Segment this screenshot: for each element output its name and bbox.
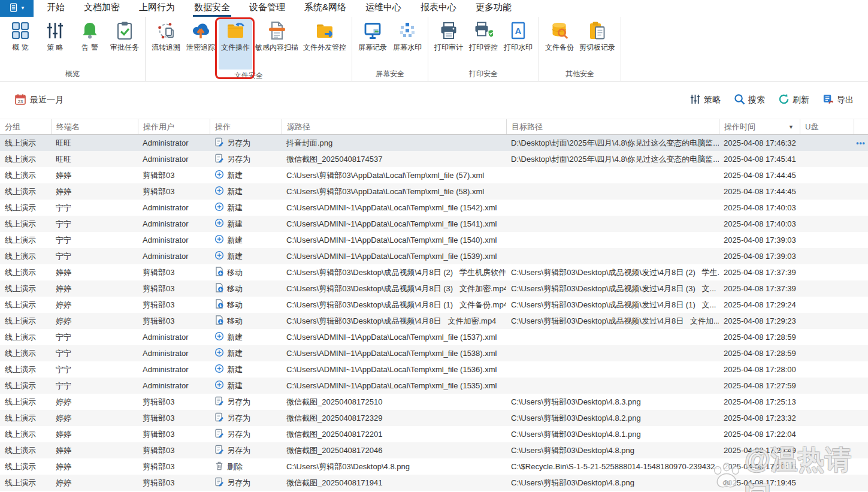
save-as-icon [214, 396, 224, 408]
cell-extra [854, 151, 868, 167]
table-row[interactable]: 线上演示婷婷剪辑部03移动C:\Users\剪辑部03\Desktop\成品视频… [0, 264, 868, 280]
table-row[interactable]: 线上演示婷婷剪辑部03另存为微信截图_20250408172510C:\User… [0, 394, 868, 410]
cell-terminal: 婷婷 [51, 264, 138, 280]
menu-tab-1[interactable]: 开始 [46, 0, 66, 17]
cell-target-path: D:\Desktop\封面\2025年\四月\4.8\你见过这么变态的电脑监..… [506, 151, 719, 167]
ribbon-item-printer-shield[interactable]: 打印管控 [467, 18, 500, 54]
sort-desc-icon[interactable]: ▼ [788, 124, 794, 130]
table-row[interactable]: 线上演示旺旺Administrator另存为微信截图_2025040817453… [0, 151, 868, 167]
cell-time: 2025-04-08 17:22:04 [719, 426, 800, 442]
table-row[interactable]: 线上演示婷婷剪辑部03移动C:\Users\剪辑部03\Desktop\成品视频… [0, 297, 868, 313]
column-label: 终端名 [56, 122, 80, 132]
column-label: 分组 [5, 122, 20, 132]
row-actions-button[interactable]: ••• [854, 135, 868, 151]
export-button[interactable]: 导出 [822, 93, 854, 107]
cell-usb [800, 297, 854, 313]
cell-extra [854, 345, 868, 361]
cell-group: 线上演示 [0, 167, 51, 183]
menu-tab-5[interactable]: 设备管理 [248, 0, 286, 17]
operation-label: 移动 [227, 283, 243, 294]
column-header-2[interactable]: 终端名 [51, 119, 138, 134]
ribbon-item-cloud-upload[interactable]: 泄密追踪 [184, 18, 217, 54]
chevron-down-icon: ▼ [20, 6, 25, 11]
table-row[interactable]: 线上演示婷婷剪辑部03另存为微信截图_20250408171941C:\User… [0, 475, 868, 491]
ribbon-item-folder-return[interactable]: 文件操作 [219, 18, 252, 70]
cell-user: 剪辑部03 [138, 410, 210, 426]
table-row[interactable]: 线上演示宁宁Administrator新建C:\Users\ADMINI~1\A… [0, 216, 868, 232]
table-row[interactable]: 线上演示婷婷剪辑部03移动C:\Users\剪辑部03\Desktop\成品视频… [0, 313, 868, 329]
policy-button[interactable]: 策略 [689, 93, 721, 107]
ribbon-group-label: 打印安全 [432, 68, 535, 81]
table-row[interactable]: 线上演示宁宁Administrator新建C:\Users\ADMINI~1\A… [0, 232, 868, 248]
export-icon [822, 93, 834, 107]
ribbon-item-trace-cycle[interactable]: 流转追溯 [149, 18, 183, 54]
column-header-7[interactable]: 操作时间▼ [719, 119, 800, 134]
table-row[interactable]: 线上演示宁宁Administrator新建C:\Users\ADMINI~1\A… [0, 361, 868, 378]
new-icon [214, 331, 224, 343]
ribbon-item-clipboard-doc[interactable]: 剪切板记录 [577, 18, 617, 54]
ribbon-item-label: 敏感内容扫描 [255, 43, 298, 53]
operation-label: 新建 [227, 332, 243, 343]
ribbon-item-folder-out[interactable]: 文件外发管控 [301, 18, 348, 54]
refresh-icon [778, 93, 790, 107]
ribbon-item-doc-scan[interactable]: 敏感内容扫描 [253, 18, 300, 54]
cell-target-path: C:\Users\剪辑部03\Desktop\成品视频\发过\4月8日 文件加.… [506, 313, 719, 329]
ribbon-item-db-search[interactable]: 文件备份 [543, 18, 576, 54]
cell-operation: 新建 [210, 232, 282, 248]
menu-tab-6[interactable]: 系统&网络 [303, 0, 347, 17]
cell-group: 线上演示 [0, 394, 51, 410]
ribbon-item-mosaic[interactable]: 屏幕水印 [391, 18, 424, 54]
table-row[interactable]: 线上演示婷婷剪辑部03另存为微信截图_20250408172046C:\User… [0, 442, 868, 458]
ribbon-item-label: 屏幕水印 [393, 43, 422, 53]
table-header: 分组终端名操作用户操作源路径目标路径操作时间▼U盘 [0, 119, 868, 135]
column-header-9[interactable] [854, 119, 868, 134]
table-row[interactable]: 线上演示婷婷剪辑部03移动C:\Users\剪辑部03\Desktop\成品视频… [0, 280, 868, 297]
ribbon-item-grid[interactable]: 概 览 [4, 18, 37, 54]
toolbar-actions: 策略 搜索 刷新 导出 [689, 93, 854, 107]
column-header-1[interactable]: 分组 [0, 119, 51, 134]
calendar-icon: 23 [14, 93, 26, 107]
menu-tab-9[interactable]: 更多功能 [474, 0, 513, 17]
app-menu-button[interactable]: ▼ [0, 0, 34, 17]
menu-tab-4[interactable]: 数据安全 [193, 0, 231, 17]
ribbon-item-doc-a[interactable]: A打印水印 [501, 18, 535, 54]
menu-tab-8[interactable]: 报表中心 [419, 0, 458, 17]
table-row[interactable]: 线上演示婷婷剪辑部03删除C:\Users\剪辑部03\Desktop\4.8.… [0, 458, 868, 475]
column-header-5[interactable]: 源路径 [282, 119, 506, 134]
cell-operation: 另存为 [210, 135, 282, 151]
ribbon-item-screen-record[interactable]: 屏幕记录 [356, 18, 389, 54]
table-row[interactable]: 线上演示宁宁Administrator新建C:\Users\ADMINI~1\A… [0, 378, 868, 394]
table-row[interactable]: 线上演示婷婷剪辑部03新建C:\Users\剪辑部03\AppData\Loca… [0, 167, 868, 183]
search-icon [734, 93, 745, 107]
column-header-6[interactable]: 目标路径 [506, 119, 719, 134]
menu-tab-7[interactable]: 运维中心 [364, 0, 403, 17]
search-button[interactable]: 搜索 [734, 93, 765, 107]
table-row[interactable]: 线上演示婷婷剪辑部03另存为微信截图_20250408172329C:\User… [0, 410, 868, 426]
ribbon-item-sliders[interactable]: 策 略 [38, 18, 72, 54]
table-row[interactable]: 线上演示宁宁Administrator新建C:\Users\ADMINI~1\A… [0, 200, 868, 216]
table-row[interactable]: 线上演示婷婷剪辑部03另存为微信截图_20250408172201C:\User… [0, 426, 868, 442]
cell-user: 剪辑部03 [138, 280, 210, 297]
column-header-4[interactable]: 操作 [210, 119, 282, 134]
column-header-3[interactable]: 操作用户 [138, 119, 210, 134]
table-row[interactable]: 线上演示宁宁Administrator新建C:\Users\ADMINI~1\A… [0, 329, 868, 345]
new-icon [214, 234, 224, 246]
table-row[interactable]: 线上演示宁宁Administrator新建C:\Users\ADMINI~1\A… [0, 345, 868, 361]
column-header-8[interactable]: U盘 [800, 119, 854, 134]
cell-terminal: 宁宁 [51, 216, 138, 232]
table-row[interactable]: 线上演示婷婷剪辑部03新建C:\Users\剪辑部03\AppData\Loca… [0, 183, 868, 200]
refresh-button[interactable]: 刷新 [778, 93, 809, 107]
ribbon-item-clipboard-check[interactable]: 审批任务 [108, 18, 141, 54]
table-row[interactable]: 线上演示宁宁Administrator新建C:\Users\ADMINI~1\A… [0, 248, 868, 264]
ribbon-item-bell[interactable]: 告 警 [73, 18, 107, 54]
policy-label: 策略 [704, 95, 721, 105]
menu-tab-2[interactable]: 文档加密 [83, 0, 121, 17]
date-range-filter[interactable]: 23 最近一月 [14, 93, 63, 107]
cell-source-path: 微信截图_20250408174537 [282, 151, 506, 167]
cell-group: 线上演示 [0, 426, 51, 442]
cell-usb [800, 329, 854, 345]
menu-tab-3[interactable]: 上网行为 [138, 0, 176, 17]
table-row[interactable]: 线上演示旺旺Administrator另存为抖音封面.pngD:\Desktop… [0, 135, 868, 151]
cell-extra [854, 313, 868, 329]
ribbon-item-printer[interactable]: 打印审计 [432, 18, 465, 54]
